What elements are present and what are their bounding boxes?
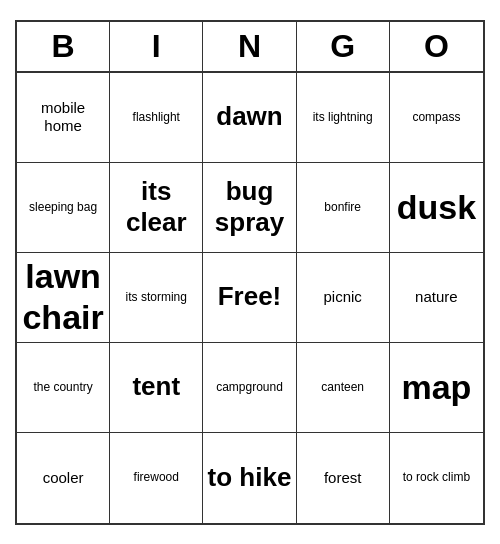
bingo-header: BINGO (17, 22, 483, 73)
bingo-cell: sleeping bag (17, 163, 110, 253)
bingo-cell: Free! (203, 253, 296, 343)
cell-text: to rock climb (403, 470, 470, 484)
bingo-cell: tent (110, 343, 203, 433)
cell-text: Free! (218, 281, 282, 312)
bingo-cell: map (390, 343, 483, 433)
cell-text: dawn (216, 101, 282, 132)
cell-text: to hike (208, 462, 292, 493)
header-letter: G (297, 22, 390, 71)
bingo-cell: bonfire (297, 163, 390, 253)
header-letter: O (390, 22, 483, 71)
cell-text: canteen (321, 380, 364, 394)
cell-text: campground (216, 380, 283, 394)
bingo-cell: canteen (297, 343, 390, 433)
cell-text: map (401, 367, 471, 408)
bingo-grid: mobile homeflashlightdawnits lightningco… (17, 73, 483, 523)
header-letter: I (110, 22, 203, 71)
bingo-cell: bug spray (203, 163, 296, 253)
bingo-cell: cooler (17, 433, 110, 523)
bingo-cell: dusk (390, 163, 483, 253)
bingo-cell: flashlight (110, 73, 203, 163)
bingo-cell: its lightning (297, 73, 390, 163)
bingo-cell: lawn chair (17, 253, 110, 343)
cell-text: tent (132, 371, 180, 402)
cell-text: its storming (126, 290, 187, 304)
header-letter: N (203, 22, 296, 71)
cell-text: its lightning (313, 110, 373, 124)
cell-text: its clear (114, 176, 198, 238)
bingo-cell: to hike (203, 433, 296, 523)
cell-text: flashlight (133, 110, 180, 124)
cell-text: compass (412, 110, 460, 124)
bingo-cell: mobile home (17, 73, 110, 163)
cell-text: cooler (43, 469, 84, 487)
cell-text: bonfire (324, 200, 361, 214)
cell-text: lawn chair (21, 256, 105, 338)
bingo-cell: campground (203, 343, 296, 433)
bingo-cell: compass (390, 73, 483, 163)
bingo-cell: picnic (297, 253, 390, 343)
bingo-cell: its clear (110, 163, 203, 253)
bingo-cell: the country (17, 343, 110, 433)
cell-text: bug spray (207, 176, 291, 238)
header-letter: B (17, 22, 110, 71)
bingo-card: BINGO mobile homeflashlightdawnits light… (15, 20, 485, 525)
cell-text: firewood (134, 470, 179, 484)
cell-text: the country (33, 380, 92, 394)
bingo-cell: nature (390, 253, 483, 343)
cell-text: mobile home (21, 99, 105, 135)
cell-text: nature (415, 288, 458, 306)
bingo-cell: to rock climb (390, 433, 483, 523)
cell-text: picnic (324, 288, 362, 306)
bingo-cell: dawn (203, 73, 296, 163)
cell-text: forest (324, 469, 362, 487)
bingo-cell: its storming (110, 253, 203, 343)
bingo-cell: firewood (110, 433, 203, 523)
cell-text: sleeping bag (29, 200, 97, 214)
bingo-cell: forest (297, 433, 390, 523)
cell-text: dusk (397, 187, 476, 228)
